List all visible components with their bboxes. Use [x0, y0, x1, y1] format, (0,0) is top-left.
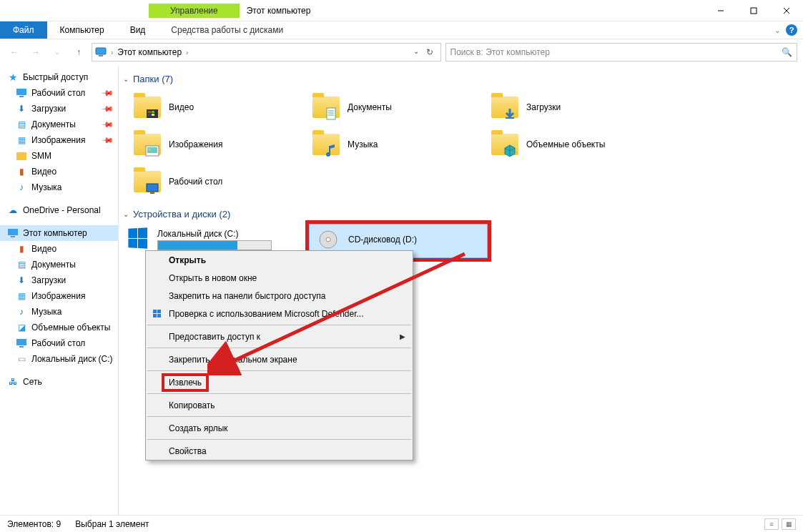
- ctx-pin-quick-access[interactable]: Закрепить на панели быстрого доступа: [146, 287, 413, 305]
- downloads-icon: ⬇: [16, 275, 27, 286]
- ctx-eject[interactable]: Извлечь: [146, 373, 413, 391]
- pc-icon: [7, 227, 19, 239]
- sidebar-item-label: Видео: [31, 167, 56, 177]
- svg-rect-5: [99, 55, 103, 56]
- svg-rect-14: [152, 111, 154, 113]
- music-icon: ♪: [16, 306, 27, 317]
- sidebar-item-desktop[interactable]: Рабочий стол📌: [0, 85, 118, 101]
- sidebar-item-label: Изображения: [31, 135, 85, 145]
- ctx-label: Закрепить на панели быстрого доступа: [169, 291, 326, 301]
- sidebar-item-pictures[interactable]: ▦Изображения📌: [0, 132, 118, 148]
- sidebar-item-video[interactable]: ▮Видео: [0, 241, 118, 257]
- svg-rect-9: [11, 236, 15, 237]
- ctx-open-new-window[interactable]: Открыть в новом окне: [146, 269, 413, 287]
- ctx-open[interactable]: Открыть: [146, 251, 413, 269]
- search-placeholder: Поиск в: Этот компьютер: [450, 47, 782, 57]
- ctx-pin-start[interactable]: Закрепить на начальном экране: [146, 350, 413, 368]
- folder-label: Документы: [348, 102, 392, 112]
- help-button[interactable]: ?: [786, 24, 797, 36]
- breadcrumb[interactable]: Этот компьютер: [117, 47, 182, 57]
- ctx-create-shortcut[interactable]: Создать ярлык: [146, 419, 413, 437]
- view-details-button[interactable]: ≡: [764, 518, 779, 530]
- chevron-down-icon: ⌄: [123, 210, 129, 218]
- sidebar-item-label: Документы: [31, 260, 76, 270]
- pin-icon: 📌: [100, 86, 114, 99]
- svg-rect-16: [152, 114, 154, 116]
- documents-icon: ▤: [16, 119, 27, 130]
- pin-icon: 📌: [100, 133, 114, 147]
- sidebar-item-downloads[interactable]: ⬇Загрузки: [0, 272, 118, 288]
- folder-3d-objects[interactable]: Объемные объекты: [485, 126, 664, 163]
- ctx-properties[interactable]: Свойства: [146, 442, 413, 460]
- status-selected: Выбран 1 элемент: [75, 519, 149, 529]
- drive-icon: ▭: [16, 353, 27, 365]
- folder-video[interactable]: Видео: [127, 89, 306, 126]
- svg-rect-8: [8, 229, 18, 235]
- section-folders-header[interactable]: ⌄ Папки (7): [123, 74, 797, 84]
- sidebar-item-smm[interactable]: SMM: [0, 148, 118, 164]
- sidebar-item-video[interactable]: ▮Видео: [0, 164, 118, 179]
- svg-rect-31: [153, 314, 157, 317]
- maximize-button[interactable]: [737, 0, 770, 21]
- forward-button[interactable]: →: [27, 44, 44, 61]
- tab-view[interactable]: Вид: [117, 21, 159, 39]
- view-icons-button[interactable]: ▦: [782, 518, 796, 530]
- sidebar-item-label: Сеть: [23, 377, 42, 387]
- back-button[interactable]: ←: [6, 44, 23, 61]
- section-drives-header[interactable]: ⌄ Устройства и диски (2): [123, 209, 797, 220]
- sidebar-item-music[interactable]: ♪Музыка: [0, 304, 118, 320]
- folder-downloads[interactable]: Загрузки: [485, 89, 664, 126]
- ribbon-context-tab[interactable]: Управление: [149, 4, 240, 18]
- section-label: Папки (7): [133, 74, 173, 84]
- sidebar-item-documents[interactable]: ▤Документы: [0, 257, 118, 272]
- sidebar-item-label: OneDrive - Personal: [23, 205, 101, 215]
- folder-music[interactable]: Музыка: [306, 126, 485, 163]
- sidebar-item-desktop[interactable]: Рабочий стол: [0, 335, 118, 351]
- sidebar-item-documents[interactable]: ▤Документы📌: [0, 117, 118, 132]
- sidebar-quick-label: Быстрый доступ: [23, 72, 88, 82]
- search-box[interactable]: Поиск в: Этот компьютер 🔍: [445, 43, 798, 61]
- folder-pictures[interactable]: Изображения: [127, 126, 306, 163]
- ctx-copy[interactable]: Копировать: [146, 396, 413, 414]
- recent-locations-button[interactable]: ⌄: [49, 44, 66, 61]
- address-dropdown-icon[interactable]: ⌄: [413, 47, 419, 57]
- sidebar-item-label: Локальный диск (C:): [31, 354, 113, 364]
- sidebar-network[interactable]: 🖧Сеть: [0, 374, 118, 390]
- tab-computer[interactable]: Компьютер: [47, 21, 117, 39]
- sidebar-item-local-disk[interactable]: ▭Локальный диск (C:): [0, 351, 118, 367]
- sidebar-item-label: Изображения: [31, 291, 85, 301]
- refresh-button[interactable]: ↻: [426, 47, 433, 57]
- ribbon-tabs: Файл Компьютер Вид Средства работы с дис…: [0, 21, 803, 39]
- sidebar-item-music[interactable]: ♪Музыка: [0, 179, 118, 195]
- ctx-label: Открыть в новом окне: [169, 273, 257, 283]
- sidebar-item-label: Загрузки: [31, 104, 66, 114]
- ribbon-expand-icon[interactable]: ⌄: [774, 26, 780, 34]
- ctx-separator: [147, 416, 411, 417]
- svg-rect-30: [157, 310, 161, 313]
- sidebar-item-pictures[interactable]: ▦Изображения: [0, 288, 118, 304]
- address-bar[interactable]: › Этот компьютер › ⌄ ↻: [92, 43, 441, 61]
- ctx-give-access[interactable]: Предоставить доступ к▶: [146, 327, 413, 345]
- svg-point-28: [326, 237, 330, 242]
- tab-drive-tools[interactable]: Средства работы с дисками: [158, 21, 296, 39]
- folder-documents[interactable]: Документы: [306, 89, 485, 126]
- minimize-button[interactable]: [704, 0, 737, 21]
- ctx-label: Проверка с использованием Microsoft Defe…: [169, 309, 364, 319]
- svg-rect-13: [148, 111, 151, 113]
- folder-desktop[interactable]: Рабочий стол: [127, 163, 306, 200]
- ctx-scan-defender[interactable]: Проверка с использованием Microsoft Defe…: [146, 305, 413, 322]
- sidebar-onedrive[interactable]: ☁OneDrive - Personal: [0, 202, 118, 218]
- sidebar-item-3dobjects[interactable]: ◪Объемные объекты: [0, 320, 118, 335]
- svg-rect-11: [19, 346, 24, 348]
- sidebar-quick-access[interactable]: ★ Быстрый доступ: [0, 69, 118, 85]
- music-icon: ♪: [16, 182, 27, 193]
- folder-icon: [133, 93, 162, 122]
- sidebar-item-label: Видео: [31, 244, 56, 254]
- sidebar-this-pc[interactable]: Этот компьютер: [0, 225, 118, 241]
- documents-icon: ▤: [16, 259, 27, 270]
- close-button[interactable]: [770, 0, 803, 21]
- sidebar-item-downloads[interactable]: ⬇Загрузки📌: [0, 101, 118, 117]
- tab-file[interactable]: Файл: [0, 21, 47, 39]
- drive-label: CD-дисковод (D:): [348, 235, 481, 245]
- up-button[interactable]: ↑: [70, 44, 87, 61]
